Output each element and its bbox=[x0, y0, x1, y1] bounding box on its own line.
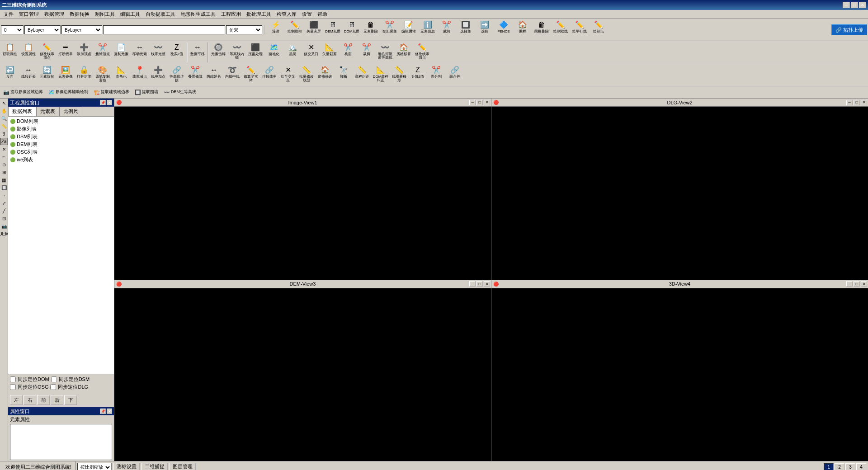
elevation-correct-button[interactable]: 📏高程纠正 bbox=[353, 65, 371, 85]
page-4-button[interactable]: 4 bbox=[856, 463, 866, 470]
tool-arrow[interactable]: → bbox=[0, 192, 8, 199]
view1-minimize[interactable]: ─ bbox=[469, 100, 476, 105]
extend-both-button[interactable]: ↔️两端延长 bbox=[205, 65, 223, 85]
overlay-calc-button[interactable]: ✂️叠置修算 bbox=[186, 65, 204, 85]
tool-select2[interactable]: ▦ bbox=[0, 176, 8, 183]
menu-survey[interactable]: 测图工具 bbox=[92, 10, 118, 19]
image-boundary-assist-button[interactable]: 🗺️影像边界辅助绘制 bbox=[46, 87, 90, 97]
tool-3d[interactable]: 3 bbox=[0, 130, 8, 137]
copy-color-button[interactable]: 🎨原地复制变色 bbox=[94, 65, 112, 85]
layer-color-dropdown[interactable]: ByLayer bbox=[24, 25, 61, 34]
tab-element-table[interactable]: 元素表 bbox=[36, 107, 59, 116]
eaves-modify-button[interactable]: 🏠房檐修改 bbox=[316, 65, 334, 85]
nav-down-button[interactable]: 下 bbox=[64, 395, 77, 405]
face-merge-button[interactable]: 🔗面合并 bbox=[446, 65, 464, 85]
smooth-button[interactable]: 〰️线库光整 bbox=[149, 42, 167, 63]
project-panel-pin[interactable]: 📌 bbox=[100, 100, 106, 105]
batch-linetype-button[interactable]: 📏批量修改线型 bbox=[297, 65, 316, 85]
tool-pointer[interactable]: ↖ bbox=[0, 99, 8, 107]
extend-line-button[interactable]: ↔️线段延长 bbox=[19, 65, 38, 85]
enclosure-delete-button[interactable]: 🗑围栅删除 bbox=[533, 19, 551, 40]
menu-window[interactable]: 窗口管理 bbox=[16, 10, 42, 19]
change-z-button[interactable]: Z改实Z值 bbox=[168, 42, 186, 63]
tab-data-list[interactable]: 数据列表 bbox=[8, 107, 36, 116]
break-line-button[interactable]: ━打断线串 bbox=[57, 42, 75, 63]
select-button[interactable]: ➡️选择 bbox=[476, 19, 494, 40]
roam-button[interactable]: ⚡漫游 bbox=[267, 19, 285, 40]
layer-manage-button[interactable]: 图层管理 bbox=[170, 463, 196, 470]
open-close-button[interactable]: 🔓打开封闭 bbox=[75, 65, 93, 85]
view1-close[interactable]: ✕ bbox=[484, 100, 490, 105]
reduce-pts-button[interactable]: 📍线库减点 bbox=[131, 65, 149, 85]
view2-close[interactable]: ✕ bbox=[861, 100, 867, 105]
page-1-button[interactable]: 1 bbox=[824, 463, 834, 470]
dem-contour-button[interactable]: 〰️DEM生等高线 bbox=[161, 87, 198, 97]
element-info-button[interactable]: ℹ️元素信息 bbox=[419, 19, 437, 40]
menu-edit[interactable]: 编辑工具 bbox=[118, 10, 143, 19]
layer-number-dropdown[interactable]: 0 bbox=[1, 25, 24, 34]
menu-terrain[interactable]: 地形图生成工具 bbox=[178, 10, 218, 19]
tree-dom[interactable]: 🟢 DOM列表 bbox=[9, 118, 113, 125]
view4-maximize[interactable]: □ bbox=[854, 281, 860, 287]
vector-clip-button[interactable]: 📐矢量裁剪 bbox=[321, 42, 339, 63]
sync-dom-checkbox[interactable] bbox=[10, 376, 16, 382]
attr-panel-close[interactable]: ✕ bbox=[107, 409, 112, 414]
draw-parallel-button[interactable]: ✏️绘平行线 bbox=[571, 19, 589, 40]
tool-camera[interactable]: 📷 bbox=[0, 222, 8, 230]
minimize-button[interactable]: ─ bbox=[843, 2, 850, 8]
view1-maximize[interactable]: □ bbox=[476, 100, 483, 105]
close-button[interactable]: ✕ bbox=[859, 2, 866, 8]
edit-attr-button[interactable]: 📝编辑属性 bbox=[400, 19, 418, 40]
clip2-button[interactable]: ✂️裁剪 bbox=[358, 42, 376, 63]
layer-linetype-dropdown[interactable]: ByLayer bbox=[61, 25, 102, 34]
add-vertex-button[interactable]: ➕添加顶点 bbox=[75, 42, 93, 63]
menu-check[interactable]: 检查入库 bbox=[274, 10, 299, 19]
contour-interp-button[interactable]: 〰️等高线内插 bbox=[228, 42, 246, 63]
menu-file[interactable]: 文件 bbox=[1, 10, 16, 19]
view4-minimize[interactable]: ─ bbox=[846, 281, 853, 287]
view2-maximize[interactable]: □ bbox=[854, 100, 860, 105]
view2-minimize[interactable]: ─ bbox=[846, 100, 853, 105]
tool-active[interactable]: Za bbox=[0, 138, 8, 145]
crystal-button[interactable]: 🏔️晶洞 bbox=[283, 42, 302, 63]
upload-button[interactable]: 🔗 拓扑上传 bbox=[831, 24, 867, 35]
dom-fullscreen-button[interactable]: 🖥DOM充屏 bbox=[343, 19, 361, 40]
attr-panel-pin[interactable]: 📌 bbox=[100, 409, 106, 414]
enclosure-button[interactable]: 🏠围栏 bbox=[514, 19, 532, 40]
view3-close[interactable]: ✕ bbox=[484, 281, 490, 287]
project-panel-close[interactable]: ✕ bbox=[107, 100, 112, 105]
view4-close[interactable]: ✕ bbox=[861, 281, 867, 287]
connect-lines-button[interactable]: 🔗连接线串 bbox=[260, 65, 278, 85]
select-set-button[interactable]: 🔲选择集 bbox=[457, 19, 475, 40]
calc-solid-button[interactable]: ✏️修算至实体 bbox=[242, 65, 260, 85]
reverse-button[interactable]: ↩️反向 bbox=[1, 65, 19, 85]
element-delete-button[interactable]: 🗑元素删除 bbox=[362, 19, 380, 40]
tool-edit2[interactable]: 🔲 bbox=[0, 184, 8, 191]
dom-elev-correct-button[interactable]: 📐DOM高程纠正 bbox=[372, 65, 390, 85]
data-shift-button[interactable]: ↔️数据平移 bbox=[189, 42, 207, 63]
view3-minimize[interactable]: ─ bbox=[469, 281, 476, 287]
interp-center-button[interactable]: ➰内插中线 bbox=[223, 65, 241, 85]
draw-point-button[interactable]: ✏️绘制点 bbox=[590, 19, 608, 40]
sync-dlg-checkbox[interactable] bbox=[50, 384, 56, 390]
2d-snap-button[interactable]: 二维捕捉 bbox=[142, 463, 168, 470]
tool-snap[interactable]: ⊙ bbox=[0, 161, 8, 168]
menu-auto[interactable]: 自动提取工具 bbox=[143, 10, 178, 19]
tool-layer[interactable]: ≡ bbox=[0, 153, 8, 160]
tool-measure[interactable]: 📏 bbox=[0, 122, 8, 130]
menu-batch[interactable]: 批处理工具 bbox=[244, 10, 274, 19]
mirror-button[interactable]: 🖼️元素镜像 bbox=[57, 65, 75, 85]
raise-z-button[interactable]: Z升降Z值 bbox=[409, 65, 427, 85]
river-contour-button[interactable]: 〰️遍临河流道等高线 bbox=[376, 42, 394, 63]
nav-left-button[interactable]: 左 bbox=[10, 395, 23, 405]
menu-data[interactable]: 数据管理 bbox=[42, 10, 67, 19]
tree-image[interactable]: 🟢 影像列表 bbox=[9, 125, 113, 133]
extract-building-button[interactable]: 🏗️提取建筑物边界 bbox=[91, 87, 132, 97]
tool-pan[interactable]: ✋ bbox=[0, 107, 8, 114]
overwrite-button[interactable]: ⬛压盖处理 bbox=[246, 42, 264, 63]
view3-maximize[interactable]: □ bbox=[476, 281, 483, 287]
nav-next-button[interactable]: 后 bbox=[51, 395, 63, 405]
tree-dem[interactable]: 🟢 DEM列表 bbox=[9, 141, 113, 148]
modify-vertex2-button[interactable]: ✏️修改线串顶点 bbox=[413, 42, 431, 63]
extract-image-boundary-button[interactable]: 📷提取影像区域边界 bbox=[1, 87, 45, 97]
